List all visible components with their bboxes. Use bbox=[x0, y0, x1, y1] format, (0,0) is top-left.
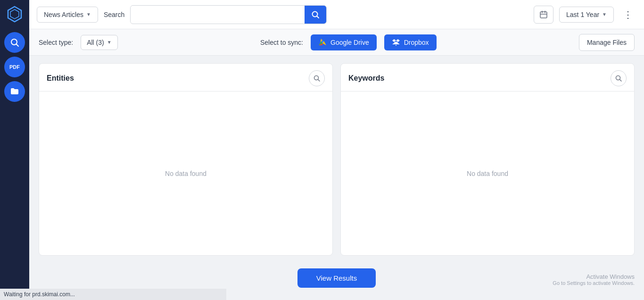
last-year-label: Last 1 Year bbox=[566, 11, 599, 18]
keywords-panel-body: No data found bbox=[341, 92, 634, 255]
keywords-search-button[interactable] bbox=[611, 70, 627, 86]
activation-line1: Activate Windows bbox=[553, 273, 635, 280]
entities-search-button[interactable] bbox=[309, 70, 325, 86]
select-sync-label: Select to sync: bbox=[260, 39, 303, 46]
more-options-button[interactable]: ⋮ bbox=[619, 6, 636, 23]
svg-line-3 bbox=[17, 44, 19, 47]
svg-line-5 bbox=[317, 16, 319, 18]
select-type-label: Select type: bbox=[39, 39, 73, 46]
type-select-button[interactable]: All (3) ▼ bbox=[81, 35, 117, 50]
entities-no-data: No data found bbox=[165, 170, 206, 177]
sidebar-search-button[interactable] bbox=[4, 32, 25, 53]
view-results-label: View Results bbox=[316, 274, 357, 282]
pdf-icon: PDF bbox=[9, 64, 20, 70]
panels-row: Entities No data found Keywords bbox=[39, 63, 635, 256]
entities-title: Entities bbox=[47, 74, 74, 83]
svg-marker-13 bbox=[392, 39, 396, 42]
search-button[interactable] bbox=[305, 6, 326, 24]
status-bar: Waiting for prd.skimai.com... bbox=[0, 289, 226, 300]
google-drive-icon bbox=[318, 39, 327, 46]
keywords-no-data: No data found bbox=[467, 170, 508, 177]
news-articles-button[interactable]: News Articles ▼ bbox=[37, 7, 98, 23]
news-articles-label: News Articles bbox=[44, 11, 83, 18]
manage-files-label: Manage Files bbox=[587, 39, 627, 46]
entities-panel: Entities No data found bbox=[39, 63, 333, 256]
sidebar-folder-button[interactable] bbox=[4, 81, 25, 102]
app-logo[interactable] bbox=[4, 4, 25, 25]
last-year-button[interactable]: Last 1 Year ▼ bbox=[559, 7, 614, 23]
keywords-panel: Keywords No data found bbox=[340, 63, 635, 256]
svg-point-20 bbox=[396, 45, 396, 46]
content-area: Entities No data found Keywords bbox=[29, 56, 644, 300]
type-value: All (3) bbox=[87, 39, 104, 46]
google-drive-button[interactable]: Google Drive bbox=[311, 34, 377, 50]
main-content: News Articles ▼ Search Last 1 Year bbox=[29, 0, 644, 300]
more-icon: ⋮ bbox=[623, 9, 633, 20]
sidebar-pdf-button[interactable]: PDF bbox=[4, 57, 25, 77]
search-bar bbox=[130, 5, 327, 24]
search-input[interactable] bbox=[131, 7, 305, 23]
svg-line-24 bbox=[620, 80, 622, 82]
bottom-bar: View Results bbox=[39, 263, 635, 292]
chevron-down-icon: ▼ bbox=[107, 40, 112, 45]
svg-marker-1 bbox=[10, 9, 19, 19]
svg-marker-14 bbox=[396, 39, 400, 42]
keywords-panel-header: Keywords bbox=[341, 64, 634, 92]
entities-panel-header: Entities bbox=[39, 64, 332, 92]
sidebar: PDF bbox=[0, 0, 29, 300]
svg-line-22 bbox=[318, 80, 320, 82]
svg-marker-0 bbox=[8, 7, 21, 22]
status-text: Waiting for prd.skimai.com... bbox=[4, 291, 75, 298]
dropbox-button[interactable]: Dropbox bbox=[384, 34, 437, 50]
chevron-down-icon: ▼ bbox=[86, 12, 91, 17]
view-results-button[interactable]: View Results bbox=[297, 268, 376, 288]
keywords-title: Keywords bbox=[348, 74, 384, 83]
activation-watermark: Activate Windows Go to Settings to activ… bbox=[553, 273, 635, 286]
entities-panel-body: No data found bbox=[39, 92, 332, 255]
activation-line2: Go to Settings to activate Windows. bbox=[553, 280, 635, 286]
header: News Articles ▼ Search Last 1 Year bbox=[29, 0, 644, 29]
search-label: Search bbox=[104, 11, 124, 18]
manage-files-button[interactable]: Manage Files bbox=[579, 34, 635, 51]
dropbox-icon bbox=[392, 39, 400, 46]
filter-bar: Select type: All (3) ▼ Select to sync: G… bbox=[29, 29, 644, 56]
svg-rect-6 bbox=[540, 12, 547, 18]
calendar-button[interactable] bbox=[534, 6, 553, 24]
google-drive-label: Google Drive bbox=[330, 39, 369, 46]
dropbox-label: Dropbox bbox=[404, 39, 429, 46]
chevron-down-icon: ▼ bbox=[602, 12, 607, 17]
